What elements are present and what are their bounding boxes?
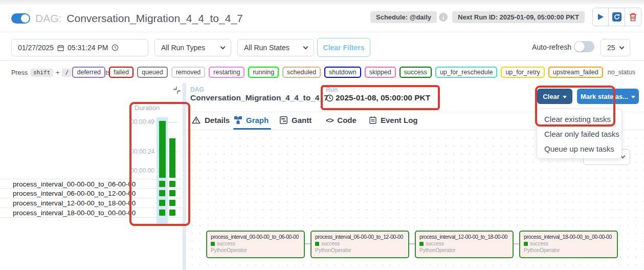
table-row: process_interval_00-00-00_to_06-00-00	[0, 179, 183, 189]
next-run-badge: Next Run ID: 2025-01-09, 05:00:00 PKT	[452, 11, 585, 23]
node-operator: PythonOperator	[524, 247, 613, 253]
node-title: process_interval_12-00-00_to_18-00-00	[419, 234, 509, 240]
clear-dropdown-menu: Clear existing tasks Clear only failed t…	[537, 109, 622, 159]
tab-details[interactable]: Details	[192, 116, 230, 124]
top-strip	[0, 0, 644, 5]
menu-item-clear-failed[interactable]: Clear only failed tasks	[537, 127, 621, 141]
task-name[interactable]: process_interval_18-00-00_to_00-00-00	[13, 209, 136, 217]
node-state: success	[321, 241, 340, 246]
legend-failed[interactable]: failed	[109, 67, 134, 78]
page-title: Conversation_Migration_4_4_to_4_7	[66, 12, 242, 25]
task-instance-square[interactable]	[169, 190, 175, 196]
task-name[interactable]: process_interval_00-00-00_to_06-00-00	[13, 180, 136, 188]
airflow-dag-page: DAG: Conversation_Migration_4_4_to_4_7 S…	[0, 0, 644, 270]
tab-event-log[interactable]: Event Log	[369, 116, 418, 124]
task-instance-square[interactable]	[159, 190, 165, 196]
page-size-select[interactable]: 25	[601, 39, 630, 56]
run-id-value: 2025-01-08, 05:00:00 PKT	[336, 93, 430, 102]
legend-upstream-failed[interactable]: upstream_failed	[548, 67, 603, 78]
menu-item-clear-existing[interactable]: Clear existing tasks	[537, 112, 621, 127]
tab-graph[interactable]: Graph	[234, 116, 269, 124]
clear-filters-button[interactable]: Clear Filters	[317, 38, 370, 57]
axis-tick-24: 00:00:24	[122, 148, 154, 155]
task-edge	[305, 243, 310, 244]
trigger-dag-button[interactable]	[592, 8, 609, 26]
caret-down-icon	[631, 96, 635, 98]
task-instance-square[interactable]	[159, 200, 165, 206]
menu-item-queue-new[interactable]: Queue up new tasks	[537, 141, 621, 156]
delete-dag-button[interactable]	[625, 8, 641, 26]
task-name[interactable]: process_interval_06-00-00_to_12-00-00	[13, 190, 136, 197]
task-instance-square[interactable]	[169, 181, 175, 187]
run-types-value: All Run Types	[161, 44, 205, 52]
tab-label: Graph	[246, 116, 269, 124]
time-value[interactable]: 05:31:24 PM	[68, 44, 108, 52]
task-edge	[514, 243, 519, 244]
run-duration-bar-1[interactable]	[159, 121, 166, 178]
active-tab-underline	[233, 128, 271, 130]
legend-no-status[interactable]: no_status	[607, 68, 636, 77]
graph-node-1[interactable]: process_interval_00-00-00_to_06-00-00 su…	[206, 231, 305, 258]
mark-state-button[interactable]: Mark state as...	[577, 89, 639, 104]
task-instance-square[interactable]	[159, 181, 165, 187]
info-icon[interactable]: i	[439, 13, 448, 22]
dag-name-breadcrumb[interactable]: Conversation_Migration_4_4_to_4_7	[190, 93, 328, 102]
dag-prefix-label: DAG:	[35, 12, 61, 25]
date-value[interactable]: 01/27/2025	[18, 44, 54, 52]
legend-success[interactable]: success	[399, 67, 432, 78]
tab-label: Event Log	[381, 116, 418, 124]
collapse-grid-icon[interactable]	[172, 85, 182, 95]
shortcuts-prefix: Press	[11, 69, 28, 76]
task-instance-square[interactable]	[169, 210, 175, 216]
code-icon: <>	[326, 116, 333, 124]
graph-node-4[interactable]: process_interval_18-00-00_to_00-00-00 su…	[519, 231, 618, 258]
header-divider	[0, 32, 644, 32]
duration-axis-label: Duration	[135, 104, 160, 112]
table-row: process_interval_06-00-00_to_12-00-00	[0, 189, 183, 198]
legend-deferred[interactable]: deferred	[72, 67, 105, 78]
task-name[interactable]: process_interval_12-00-00_to_18-00-00	[13, 199, 136, 207]
success-square-icon	[315, 242, 319, 246]
legend-restarting[interactable]: restarting	[209, 67, 245, 78]
tab-code[interactable]: <> Code	[326, 116, 357, 124]
calendar-icon	[57, 45, 64, 51]
legend-up-for-retry[interactable]: up_for_retry	[501, 67, 544, 78]
table-row: process_interval_18-00-00_to_00-00-00	[0, 208, 183, 218]
warning-icon	[192, 116, 201, 124]
legend-scheduled[interactable]: scheduled	[282, 67, 321, 78]
play-icon	[597, 13, 604, 20]
node-state: success	[217, 241, 235, 246]
success-square-icon	[211, 242, 215, 246]
legend-shutdown[interactable]: shutdown	[324, 67, 361, 78]
node-operator: PythonOperator	[419, 247, 509, 253]
graph-node-3[interactable]: process_interval_12-00-00_to_18-00-00 su…	[415, 231, 514, 258]
slash-key-chip: /	[62, 69, 72, 77]
run-datetime-input[interactable]: 01/27/2025 05:31:24 PM	[11, 39, 148, 56]
panel-divider[interactable]	[183, 83, 186, 270]
run-types-select[interactable]: All Run Types	[154, 39, 231, 56]
tab-label: Code	[337, 116, 357, 124]
run-states-value: All Run States	[244, 44, 290, 52]
task-instance-square[interactable]	[159, 210, 165, 216]
node-state: success	[530, 241, 548, 246]
tab-gantt[interactable]: Gantt	[280, 116, 312, 124]
run-states-select[interactable]: All Run States	[237, 39, 314, 56]
page-size-value: 25	[607, 44, 615, 52]
run-duration-bar-2[interactable]	[169, 138, 175, 178]
refresh-dag-button[interactable]	[609, 8, 625, 26]
legend-up-for-reschedule[interactable]: up_for_reschedule	[435, 67, 498, 78]
chevron-down-icon	[303, 44, 308, 49]
legend-running[interactable]: running	[248, 67, 279, 78]
run-id-breadcrumb[interactable]: 2025-01-08, 05:00:00 PKT	[326, 93, 430, 102]
legend-skipped[interactable]: skipped	[365, 67, 396, 78]
graph-node-2[interactable]: process_interval_06-00-00_to_12-00-00 su…	[310, 231, 409, 258]
legend-removed[interactable]: removed	[171, 67, 206, 78]
legend-queued[interactable]: queued	[137, 67, 168, 78]
auto-refresh-toggle[interactable]	[574, 41, 594, 52]
task-instance-square[interactable]	[169, 200, 175, 206]
success-square-icon	[419, 242, 424, 246]
dag-pause-toggle[interactable]	[11, 13, 30, 24]
node-title: process_interval_18-00-00_to_00-00-00	[524, 234, 613, 240]
clear-button[interactable]: Clear	[537, 89, 572, 104]
axis-tick-49: 00:00:49	[122, 118, 154, 126]
